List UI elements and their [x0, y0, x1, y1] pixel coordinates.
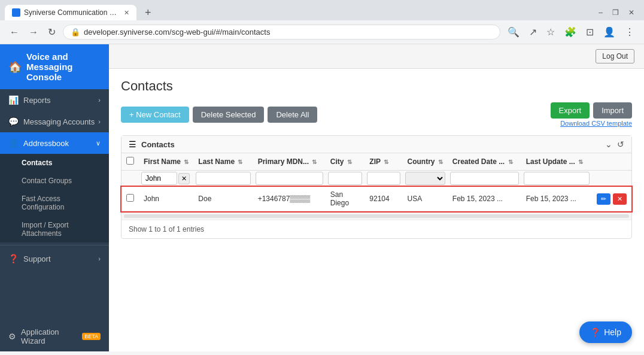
profile-icon[interactable]: 👤: [601, 24, 618, 40]
minimize-button[interactable]: –: [599, 8, 603, 17]
menu-icon[interactable]: ⋮: [622, 24, 637, 40]
filter-zip-input[interactable]: [367, 172, 400, 185]
help-label: Help: [604, 327, 621, 337]
table-row[interactable]: John Doe +1346787▒▒▒▒ San Diego 92104 US…: [121, 187, 631, 211]
browser-chrome: Syniverse Communication Gatew... ✕ + – ❐…: [0, 0, 644, 44]
panel-refresh-icon[interactable]: ↺: [617, 139, 624, 149]
sidebar-messaging-label: Messaging Accounts: [23, 117, 95, 126]
messaging-icon: 💬: [8, 117, 19, 126]
filter-city-input[interactable]: [328, 172, 363, 185]
col-header-country[interactable]: Country ⇅: [403, 153, 448, 171]
col-header-last-name[interactable]: Last Name ⇅: [193, 153, 253, 171]
filter-last-name-input[interactable]: [196, 172, 250, 185]
select-all-header[interactable]: [121, 153, 139, 171]
filter-city-cell[interactable]: [326, 171, 365, 187]
back-button[interactable]: ←: [7, 25, 22, 40]
sidebar: 🏠 Voice and Messaging Console 📊 Reports …: [0, 44, 109, 351]
filter-mdn-input[interactable]: [256, 172, 323, 185]
logout-button[interactable]: Log Out: [596, 49, 634, 63]
close-button[interactable]: ✕: [628, 8, 634, 17]
new-tab-button[interactable]: +: [141, 7, 155, 19]
chevron-right-icon: ›: [98, 96, 101, 104]
filter-first-name-cell[interactable]: ✕: [139, 171, 193, 187]
active-tab[interactable]: Syniverse Communication Gatew... ✕: [5, 5, 136, 20]
csv-template-link[interactable]: Download CSV template: [560, 120, 632, 127]
row-edit-button[interactable]: ✏: [597, 193, 610, 205]
split-icon[interactable]: ⊡: [584, 24, 596, 40]
sidebar-item-support[interactable]: ❓ Support ›: [0, 248, 109, 269]
home-icon[interactable]: 🏠: [8, 60, 22, 74]
extensions-icon[interactable]: 🧩: [562, 24, 579, 40]
row-country: USA: [403, 187, 448, 211]
help-button[interactable]: ❓ Help: [579, 321, 632, 343]
restore-button[interactable]: ❐: [612, 8, 619, 17]
row-checkbox[interactable]: [126, 194, 134, 202]
help-icon: ❓: [590, 327, 600, 337]
filter-check-cell: [121, 171, 139, 187]
scroll-track[interactable]: [124, 214, 629, 218]
sidebar-item-addressbook[interactable]: 👤 Addressbook ∨: [0, 132, 109, 154]
filter-update-cell[interactable]: [521, 171, 592, 187]
sidebar-addressbook-section: 👤 Addressbook ∨ Contacts Contact Groups …: [0, 132, 109, 242]
reload-button[interactable]: ↻: [45, 24, 58, 40]
col-header-last-update[interactable]: Last Update ... ⇅: [521, 153, 592, 171]
panel-header-left: ☰ Contacts: [129, 139, 175, 149]
url-input[interactable]: [84, 28, 493, 37]
row-delete-button[interactable]: ✕: [613, 193, 627, 205]
import-button[interactable]: Import: [593, 102, 632, 119]
sidebar-subitem-contacts[interactable]: Contacts: [0, 154, 109, 172]
panel-toggle-icon[interactable]: ☰: [129, 139, 136, 149]
sidebar-subitem-contact-groups[interactable]: Contact Groups: [0, 172, 109, 190]
table-footer: Show 1 to 1 of 1 entries: [121, 220, 631, 238]
beta-badge: BETA: [82, 333, 101, 340]
horizontal-scrollbar[interactable]: [121, 211, 631, 220]
filter-first-name-input[interactable]: [141, 172, 177, 185]
filter-created-cell[interactable]: [448, 171, 521, 187]
filter-last-name-cell[interactable]: [193, 171, 253, 187]
filter-zip-cell[interactable]: [364, 171, 402, 187]
sidebar-addressbook-label: Addressbook: [23, 139, 69, 148]
sidebar-support-section: ❓ Support ›: [0, 248, 109, 269]
filter-first-name-clear[interactable]: ✕: [178, 173, 190, 184]
wizard-icon: ⚙: [8, 332, 16, 341]
content-area: Contacts + New Contact Delete Selected D…: [109, 69, 644, 351]
delete-all-button[interactable]: Delete All: [268, 107, 317, 123]
new-contact-button[interactable]: + New Contact: [121, 107, 189, 123]
top-bar: Log Out: [109, 44, 644, 69]
select-all-checkbox[interactable]: [126, 157, 134, 165]
sidebar-item-app-wizard[interactable]: ⚙ Application Wizard BETA: [0, 321, 109, 351]
col-header-primary-mdn[interactable]: Primary MDN... ⇅: [253, 153, 326, 171]
sidebar-reports-section: 📊 Reports ›: [0, 89, 109, 111]
filter-country-cell[interactable]: USA: [403, 171, 448, 187]
col-header-actions: [592, 153, 631, 171]
chevron-right-icon: ›: [98, 255, 101, 262]
tab-title: Syniverse Communication Gatew...: [24, 8, 120, 17]
col-header-zip[interactable]: ZIP ⇅: [364, 153, 402, 171]
tab-close-icon[interactable]: ✕: [124, 9, 129, 17]
delete-selected-button[interactable]: Delete Selected: [193, 107, 265, 123]
url-bar[interactable]: 🔒: [63, 25, 500, 40]
sidebar-item-messaging[interactable]: 💬 Messaging Accounts ›: [0, 111, 109, 132]
sidebar-subitem-fast-access[interactable]: Fast Access Configuration: [0, 190, 109, 216]
contacts-table: First Name ⇅ Last Name ⇅ Primary MDN... …: [121, 153, 631, 211]
toolbar: + New Contact Delete Selected Delete All…: [121, 102, 632, 127]
filter-created-input[interactable]: [450, 172, 519, 185]
sidebar-subitem-import-export[interactable]: Import / Export Attachments: [0, 216, 109, 242]
sidebar-import-export-label: Import / Export Attachments: [22, 221, 69, 238]
filter-mdn-cell[interactable]: [253, 171, 326, 187]
panel-expand-icon[interactable]: ⌄: [605, 139, 612, 149]
sidebar-item-reports[interactable]: 📊 Reports ›: [0, 89, 109, 111]
col-header-city[interactable]: City ⇅: [326, 153, 365, 171]
filter-country-select[interactable]: USA: [405, 172, 445, 185]
filter-update-input[interactable]: [524, 172, 590, 185]
col-header-first-name[interactable]: First Name ⇅: [139, 153, 193, 171]
star-icon[interactable]: ☆: [544, 24, 557, 40]
share-icon[interactable]: ↗: [527, 24, 539, 40]
col-header-created-date[interactable]: Created Date ... ⇅: [448, 153, 521, 171]
sidebar-contact-groups-label: Contact Groups: [22, 177, 72, 185]
export-button[interactable]: Export: [551, 102, 590, 119]
table-header-row: First Name ⇅ Last Name ⇅ Primary MDN... …: [121, 153, 631, 171]
forward-button[interactable]: →: [26, 25, 41, 40]
search-icon[interactable]: 🔍: [505, 24, 522, 40]
row-checkbox-cell[interactable]: [121, 187, 139, 211]
